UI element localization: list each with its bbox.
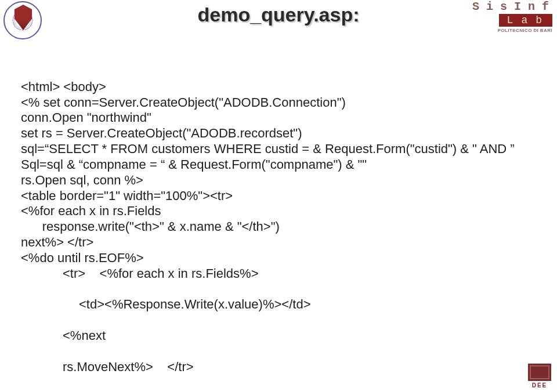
code-line: set rs = Server.CreateObject("ADODB.reco… xyxy=(21,126,302,140)
code-line: rs.Open sql, conn %> xyxy=(21,173,143,187)
code-listing: <html> <body> <% set conn=Server.CreateO… xyxy=(21,64,531,392)
page-title: demo_query.asp: xyxy=(197,3,359,26)
code-line: conn.Open "northwind" xyxy=(21,110,151,125)
sisinf-label: SisInf xyxy=(448,1,556,13)
dee-label: DEE xyxy=(527,382,552,389)
lab-branding: SisInf Lab POLITECNICO DI BARI xyxy=(448,1,552,33)
code-line: Sql=sql & “compname = “ & Request.Form("… xyxy=(21,157,367,172)
code-line: rs.MoveNext%> </tr> xyxy=(21,360,531,375)
code-line: <% set conn=Server.CreateObject("ADODB.C… xyxy=(21,95,346,110)
dee-logo: DEE xyxy=(527,364,552,389)
code-line: <table border="1" width="100%"><tr> xyxy=(21,188,233,203)
slide: SisInf Lab POLITECNICO DI BARI demo_quer… xyxy=(0,0,557,392)
code-line: <tr> <%for each x in rs.Fields%> xyxy=(21,266,531,282)
code-line: <%next xyxy=(21,328,531,344)
institution-seal-logo xyxy=(3,1,44,43)
polibari-subtitle: POLITECNICO DI BARI xyxy=(448,28,552,33)
code-line: <td><%Response.Write(x.value)%></td> xyxy=(21,297,531,313)
dee-square-icon xyxy=(528,364,551,381)
code-line: <%do until rs.EOF%> xyxy=(21,251,144,265)
code-line: sql=“SELECT * FROM customers WHERE custi… xyxy=(21,141,515,156)
code-line: next%> </tr> xyxy=(21,235,93,249)
seal-icon xyxy=(3,1,42,39)
code-line: <html> <body> xyxy=(21,79,106,94)
code-line: response.write("<th>" & x.name & "</th>"… xyxy=(21,219,280,234)
lab-badge: Lab xyxy=(499,14,552,27)
code-line: <%for each x in rs.Fields xyxy=(21,204,161,218)
